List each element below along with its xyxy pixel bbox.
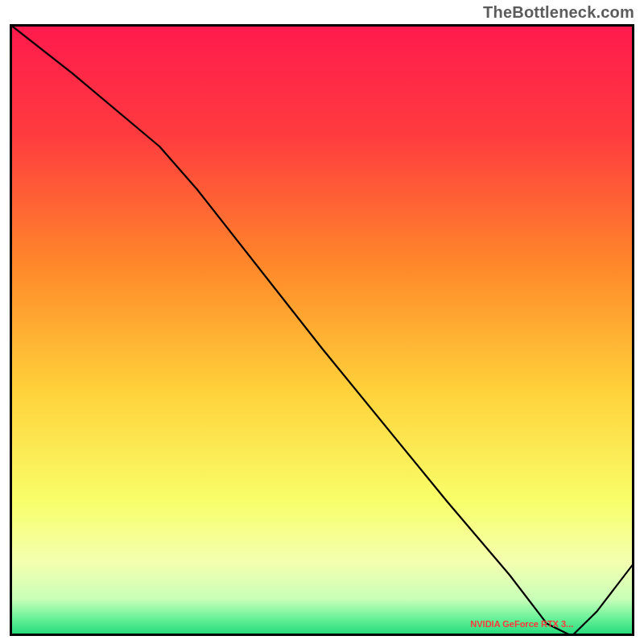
attribution-text: TheBottleneck.com bbox=[483, 3, 634, 22]
annotation-layer: NVIDIA GeForce RTX 3... bbox=[470, 619, 573, 629]
plot-area: NVIDIA GeForce RTX 3... bbox=[10, 24, 634, 636]
chart-stage: TheBottleneck.com NVIDIA GeForce RTX 3..… bbox=[0, 0, 644, 644]
chart-annotation: NVIDIA GeForce RTX 3... bbox=[470, 619, 573, 629]
chart-svg: NVIDIA GeForce RTX 3... bbox=[10, 24, 634, 636]
gradient-background bbox=[10, 24, 634, 636]
